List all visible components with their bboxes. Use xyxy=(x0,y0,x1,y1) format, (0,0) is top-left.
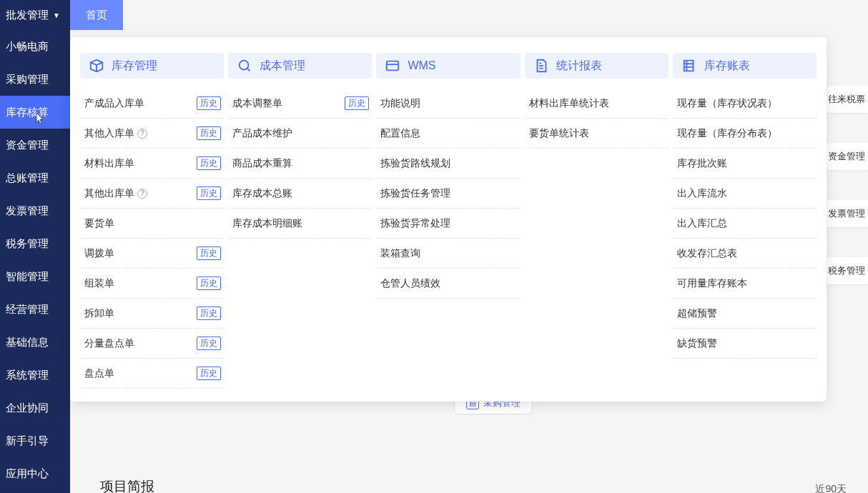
history-badge[interactable]: 历史 xyxy=(197,337,221,349)
history-badge[interactable]: 历史 xyxy=(197,156,221,169)
menu-item-wms-intro[interactable]: 功能说明 xyxy=(376,89,520,119)
history-badge[interactable]: 历史 xyxy=(197,96,221,109)
sidebar-item-label: 税务管理 xyxy=(6,237,49,251)
help-icon[interactable]: ? xyxy=(137,189,147,199)
history-badge[interactable]: 历史 xyxy=(197,186,221,199)
menu-item-pick-exception[interactable]: 拣验货异常处理 xyxy=(376,209,520,239)
sidebar-item-app-center[interactable]: 应用中心 xyxy=(0,457,70,490)
menu-item-label: 仓管人员绩效 xyxy=(380,277,440,290)
report-icon xyxy=(533,58,549,74)
menu-item-inout-summary[interactable]: 出入库汇总 xyxy=(673,209,817,239)
shortcut-funds[interactable]: 资金管理 xyxy=(825,143,868,170)
menu-item-receive-issue-summary[interactable]: 收发存汇总表 xyxy=(673,239,817,269)
mega-col-cost: 成本管理 成本调整单历史 产品成本维护 商品成本重算 库存成本总账 库存成本明细… xyxy=(228,53,372,394)
mega-header-label: WMS xyxy=(408,59,435,72)
mega-header-label: 库存账表 xyxy=(704,59,750,74)
sidebar-item-label: 总账管理 xyxy=(6,171,49,185)
sidebar-item-funds[interactable]: 资金管理 xyxy=(0,129,70,161)
menu-item-pick-task[interactable]: 拣验货任务管理 xyxy=(376,179,520,209)
sidebar-category-label: 批发管理 xyxy=(6,9,49,22)
menu-item-assembly[interactable]: 组装单历史 xyxy=(80,269,224,299)
menu-item-other-out[interactable]: 其他出库单?历史 xyxy=(80,179,224,209)
menu-item-disassembly[interactable]: 拆卸单历史 xyxy=(80,299,224,329)
sidebar-item-onboarding[interactable]: 新手引导 xyxy=(0,424,70,457)
sidebar-item-invoice[interactable]: 发票管理 xyxy=(0,194,70,227)
menu-item-shortage-alert[interactable]: 缺货预警 xyxy=(673,329,817,359)
sidebar-item-general-ledger[interactable]: 总账管理 xyxy=(0,161,70,194)
wms-icon xyxy=(385,58,400,74)
mega-col-inventory: 库存管理 产成品入库单历史 其他入库单?历史 材料出库单历史 其他出库单?历史 … xyxy=(80,53,224,394)
sidebar-category-selector[interactable]: 批发管理 ▼ xyxy=(0,0,70,30)
menu-item-label: 要货单 xyxy=(84,217,114,230)
history-badge[interactable]: 历史 xyxy=(197,126,221,139)
sidebar-item-operations[interactable]: 经营管理 xyxy=(0,293,70,326)
history-badge[interactable]: 历史 xyxy=(197,307,221,319)
mega-header-cost: 成本管理 xyxy=(228,53,372,79)
sidebar: 批发管理 ▼ 小畅电商 采购管理 库存核算 资金管理 总账管理 发票管理 税务管… xyxy=(0,0,70,493)
tab-home[interactable]: 首页 xyxy=(70,0,123,30)
sidebar-item-basic-info[interactable]: 基础信息 xyxy=(0,326,70,359)
menu-item-batch-ledger[interactable]: 库存批次账 xyxy=(673,149,817,179)
menu-item-onhand-status[interactable]: 现存量（库存状况表） xyxy=(673,89,817,119)
menu-item-label: 拣验货异常处理 xyxy=(380,217,450,230)
menu-item-onhand-distribution[interactable]: 现存量（库存分布表） xyxy=(673,119,817,149)
menu-item-cost-adjust[interactable]: 成本调整单历史 xyxy=(228,89,372,119)
cube-icon xyxy=(89,58,104,74)
menu-item-label: 产品成本维护 xyxy=(232,127,292,140)
menu-item-product-cost-maintain[interactable]: 产品成本维护 xyxy=(228,119,372,149)
sidebar-item-label: 新手引导 xyxy=(6,434,49,448)
menu-item-goods-cost-recalc[interactable]: 商品成本重算 xyxy=(228,149,372,179)
section-title-project-brief: 项目简报 xyxy=(100,477,154,493)
svg-rect-1 xyxy=(387,61,399,71)
menu-item-overstock-alert[interactable]: 超储预警 xyxy=(673,299,817,329)
menu-item-pick-route[interactable]: 拣验货路线规划 xyxy=(376,149,520,179)
sidebar-item-inventory-accounting[interactable]: 库存核算 xyxy=(0,96,70,129)
sidebar-item-system[interactable]: 系统管理 xyxy=(0,359,70,392)
menu-item-label: 库存批次账 xyxy=(677,157,727,170)
menu-item-wms-config[interactable]: 配置信息 xyxy=(376,119,520,149)
sidebar-item-collaboration[interactable]: 企业协同 xyxy=(0,392,70,424)
menu-item-inout-flow[interactable]: 出入库流水 xyxy=(673,179,817,209)
menu-item-material-out-stats[interactable]: 材料出库单统计表 xyxy=(525,89,669,119)
sidebar-item-smart[interactable]: 智能管理 xyxy=(0,260,70,293)
chevron-down-icon: ▼ xyxy=(53,11,60,19)
menu-item-inventory-cost-ledger[interactable]: 库存成本总账 xyxy=(228,179,372,209)
menu-item-requisition[interactable]: 要货单 xyxy=(80,209,224,239)
menu-item-label: 缺货预警 xyxy=(677,337,717,350)
shortcut-label: 往来税票 xyxy=(828,93,865,106)
mega-header-label: 统计报表 xyxy=(556,59,602,74)
menu-item-requisition-stats[interactable]: 要货单统计表 xyxy=(525,119,669,149)
cost-icon xyxy=(237,58,252,74)
sidebar-item-label: 小畅电商 xyxy=(6,40,49,54)
menu-item-inventory-cost-detail[interactable]: 库存成本明细账 xyxy=(228,209,372,239)
menu-item-transfer[interactable]: 调拨单历史 xyxy=(80,239,224,269)
sidebar-item-ecommerce[interactable]: 小畅电商 xyxy=(0,30,70,63)
menu-item-partial-stocktake[interactable]: 分量盘点单历史 xyxy=(80,329,224,359)
shortcut-invoice[interactable]: 发票管理 xyxy=(825,200,868,227)
history-badge[interactable]: 历史 xyxy=(197,246,221,259)
history-badge[interactable]: 历史 xyxy=(197,277,221,289)
menu-item-stocktake[interactable]: 盘点单历史 xyxy=(80,359,224,389)
menu-item-available-ledger[interactable]: 可用量库存账本 xyxy=(673,269,817,299)
menu-item-packing-query[interactable]: 装箱查询 xyxy=(376,239,520,269)
shortcut-receivables-tax[interactable]: 往来税票 xyxy=(825,86,868,113)
history-badge[interactable]: 历史 xyxy=(345,96,369,109)
menu-item-label: 库存成本总账 xyxy=(232,187,292,200)
menu-item-label: 其他出库单 xyxy=(84,187,134,200)
menu-item-finished-goods-in[interactable]: 产成品入库单历史 xyxy=(80,89,224,119)
menu-item-other-in[interactable]: 其他入库单?历史 xyxy=(80,119,224,149)
menu-item-label: 现存量（库存分布表） xyxy=(677,127,777,140)
menu-item-label: 组装单 xyxy=(84,277,114,290)
history-badge[interactable]: 历史 xyxy=(197,367,221,379)
menu-item-material-out[interactable]: 材料出库单历史 xyxy=(80,149,224,179)
shortcut-tax[interactable]: 税务管理 xyxy=(825,257,868,284)
sidebar-item-purchase[interactable]: 采购管理 xyxy=(0,63,70,96)
mega-header-inventory: 库存管理 xyxy=(80,53,224,79)
ledger-icon xyxy=(681,58,697,74)
right-shortcut-column: 往来税票 资金管理 发票管理 税务管理 xyxy=(825,86,868,314)
menu-item-warehouse-kpi[interactable]: 仓管人员绩效 xyxy=(376,269,520,299)
help-icon[interactable]: ? xyxy=(137,129,147,139)
menu-item-label: 商品成本重算 xyxy=(232,157,292,170)
date-range-filter[interactable]: 近90天 xyxy=(815,483,854,493)
sidebar-item-tax[interactable]: 税务管理 xyxy=(0,227,70,260)
